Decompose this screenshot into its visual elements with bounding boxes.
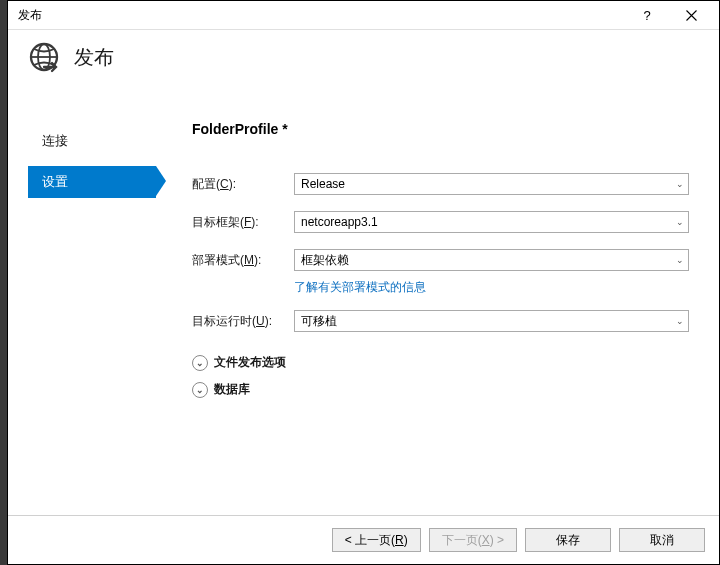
runtime-label: 目标运行时(U): bbox=[192, 313, 294, 330]
close-icon bbox=[686, 10, 697, 21]
prev-button[interactable]: < 上一页(R) bbox=[332, 528, 421, 552]
config-select[interactable]: Release ⌄ bbox=[294, 173, 689, 195]
close-button[interactable] bbox=[669, 10, 713, 21]
sidebar: 连接 设置 bbox=[8, 95, 156, 515]
save-button[interactable]: 保存 bbox=[525, 528, 611, 552]
deployment-select[interactable]: 框架依赖 ⌄ bbox=[294, 249, 689, 271]
sidebar-item-label: 设置 bbox=[42, 174, 68, 189]
framework-value: netcoreapp3.1 bbox=[301, 215, 378, 229]
deployment-info-link[interactable]: 了解有关部署模式的信息 bbox=[294, 279, 689, 296]
sidebar-item-settings[interactable]: 设置 bbox=[28, 166, 156, 198]
framework-select[interactable]: netcoreapp3.1 ⌄ bbox=[294, 211, 689, 233]
config-value: Release bbox=[301, 177, 345, 191]
globe-publish-icon bbox=[28, 41, 60, 73]
chevron-down-icon: ⌄ bbox=[192, 355, 208, 371]
help-button[interactable]: ? bbox=[625, 8, 669, 23]
config-row: 配置(C): Release ⌄ bbox=[192, 173, 689, 195]
framework-row: 目标框架(F): netcoreapp3.1 ⌄ bbox=[192, 211, 689, 233]
expander-label: 数据库 bbox=[214, 381, 250, 398]
chevron-down-icon: ⌄ bbox=[676, 316, 684, 326]
runtime-select[interactable]: 可移植 ⌄ bbox=[294, 310, 689, 332]
runtime-row: 目标运行时(U): 可移植 ⌄ bbox=[192, 310, 689, 332]
window-title: 发布 bbox=[18, 7, 625, 24]
file-publish-expander[interactable]: ⌄ 文件发布选项 bbox=[192, 354, 689, 371]
deployment-value: 框架依赖 bbox=[301, 252, 349, 269]
deployment-row: 部署模式(M): 框架依赖 ⌄ bbox=[192, 249, 689, 271]
chevron-down-icon: ⌄ bbox=[676, 255, 684, 265]
publish-dialog: 发布 ? 发布 连接 设置 Fol bbox=[7, 0, 720, 565]
dialog-footer: < 上一页(R) 下一页(X) > 保存 取消 bbox=[8, 515, 719, 564]
main-panel: FolderProfile * 配置(C): Release ⌄ 目标框架(F)… bbox=[156, 95, 719, 515]
config-label: 配置(C): bbox=[192, 176, 294, 193]
runtime-value: 可移植 bbox=[301, 313, 337, 330]
framework-label: 目标框架(F): bbox=[192, 214, 294, 231]
cancel-button[interactable]: 取消 bbox=[619, 528, 705, 552]
database-expander[interactable]: ⌄ 数据库 bbox=[192, 381, 689, 398]
deployment-label: 部署模式(M): bbox=[192, 252, 294, 269]
sidebar-item-connection[interactable]: 连接 bbox=[28, 125, 156, 157]
profile-name: FolderProfile * bbox=[192, 121, 689, 137]
chevron-down-icon: ⌄ bbox=[192, 382, 208, 398]
titlebar: 发布 ? bbox=[8, 1, 719, 30]
next-button: 下一页(X) > bbox=[429, 528, 517, 552]
dialog-title: 发布 bbox=[74, 44, 114, 71]
chevron-down-icon: ⌄ bbox=[676, 179, 684, 189]
dialog-body: 连接 设置 FolderProfile * 配置(C): Release ⌄ 目… bbox=[8, 95, 719, 515]
expander-label: 文件发布选项 bbox=[214, 354, 286, 371]
dialog-header: 发布 bbox=[8, 30, 719, 95]
chevron-down-icon: ⌄ bbox=[676, 217, 684, 227]
sidebar-item-label: 连接 bbox=[42, 133, 68, 148]
